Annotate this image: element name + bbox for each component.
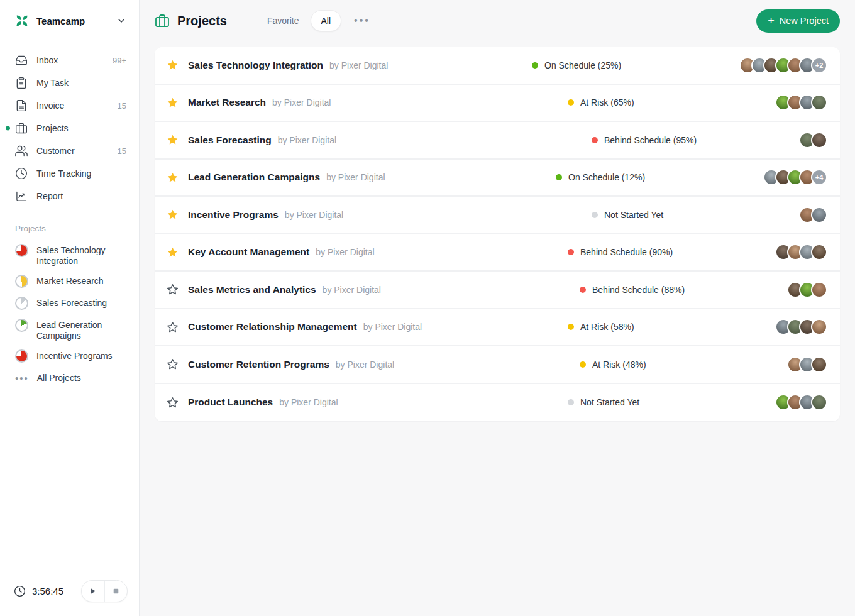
workspace-switcher[interactable]: Teamcamp <box>0 0 139 38</box>
project-row[interactable]: Customer Retention Programs by Pixer Dig… <box>155 346 840 384</box>
inbox-count-badge: 99+ <box>113 56 126 65</box>
status-label: At Risk (65%) <box>580 97 634 107</box>
sidebar-item-report[interactable]: Report <box>0 185 139 207</box>
avatar[interactable] <box>811 356 827 373</box>
avatar-overflow-badge[interactable]: +4 <box>811 169 827 185</box>
project-title: Customer Retention Programs <box>188 359 329 370</box>
star-icon <box>166 133 179 146</box>
avatar-stack <box>787 356 827 373</box>
sidebar-item-invoice[interactable]: Invoice 15 <box>0 94 139 117</box>
favorite-toggle[interactable] <box>163 355 182 373</box>
sidebar-item-customer[interactable]: Customer 15 <box>0 140 139 162</box>
star-icon <box>166 58 179 72</box>
sidebar-project-market-research[interactable]: Market Research <box>0 270 139 292</box>
sidebar-item-my-task[interactable]: My Task <box>0 72 139 94</box>
favorite-toggle[interactable] <box>163 94 182 112</box>
report-icon <box>15 190 28 202</box>
sidebar-project-sales-technology-integration[interactable]: Sales Technology Integration <box>0 239 139 270</box>
project-owner: by Pixer Digital <box>285 210 343 220</box>
sidebar-item-label: Customer <box>36 146 109 156</box>
sidebar-project-incentive-programs[interactable]: Incentive Programs <box>0 345 139 367</box>
avatar[interactable] <box>811 319 827 335</box>
project-owner: by Pixer Digital <box>278 135 336 145</box>
projects-briefcase-icon <box>155 13 170 28</box>
project-owner: by Pixer Digital <box>363 322 422 332</box>
status-dot <box>592 137 598 143</box>
status-label: Behind Schedule (95%) <box>604 135 697 145</box>
favorite-toggle[interactable] <box>163 318 182 336</box>
tab-favorite[interactable]: Favorite <box>260 11 307 31</box>
favorite-toggle[interactable] <box>163 168 182 187</box>
avatar-stack: +4 <box>763 169 827 185</box>
star-icon <box>166 358 179 371</box>
sidebar-item-all-projects[interactable]: ••• All Projects <box>0 367 139 389</box>
sidebar-item-label: My Task <box>36 78 118 88</box>
project-info: Incentive Programs by Pixer Digital <box>188 209 592 221</box>
avatar[interactable] <box>811 207 827 223</box>
avatar[interactable] <box>811 94 827 111</box>
project-row[interactable]: Customer Relationship Management by Pixe… <box>155 309 840 347</box>
avatar[interactable] <box>811 282 827 298</box>
project-progress-pie-icon <box>15 319 28 332</box>
sidebar-item-inbox[interactable]: Inbox 99+ <box>0 49 139 72</box>
plus-icon: + <box>768 15 775 26</box>
project-progress-pie-icon <box>15 244 28 257</box>
sidebar-item-label: Time Tracking <box>36 168 118 179</box>
project-info: Customer Relationship Management by Pixe… <box>188 321 568 333</box>
sidebar-item-label: Projects <box>36 123 118 133</box>
sidebar-project-lead-generation-campaigns[interactable]: Lead Generation Campaigns <box>0 314 139 345</box>
new-project-button[interactable]: + New Project <box>756 9 840 33</box>
status-dot <box>568 324 574 330</box>
project-owner: by Pixer Digital <box>323 285 381 295</box>
project-status: At Risk (48%) <box>580 360 787 370</box>
project-row[interactable]: Product Launches by Pixer Digital Not St… <box>155 384 840 422</box>
sidebar-item-time-tracking[interactable]: Time Tracking <box>0 162 139 185</box>
time-tracker-widget: 3:56:45 <box>0 580 139 616</box>
more-options-button[interactable]: ••• <box>350 11 374 30</box>
page-title: Projects <box>177 14 227 28</box>
favorite-toggle[interactable] <box>163 56 182 74</box>
project-title: Incentive Programs <box>188 209 279 221</box>
project-info: Market Research by Pixer Digital <box>188 97 568 108</box>
project-row[interactable]: Market Research by Pixer Digital At Risk… <box>155 85 840 123</box>
project-owner: by Pixer Digital <box>316 247 374 257</box>
project-status: At Risk (65%) <box>568 97 775 107</box>
timer-stop-button[interactable] <box>105 581 128 602</box>
sidebar-projects-section: Projects Sales Technology Integration Ma… <box>0 224 139 389</box>
avatar-overflow-badge[interactable]: +2 <box>811 57 827 74</box>
timer-play-button[interactable] <box>82 581 104 602</box>
avatar[interactable] <box>811 394 827 410</box>
project-info: Lead Generation Campaigns by Pixer Digit… <box>188 172 556 183</box>
avatar-stack <box>775 94 827 111</box>
project-owner: by Pixer Digital <box>326 172 385 182</box>
project-row[interactable]: Sales Technology Integration by Pixer Di… <box>155 47 840 85</box>
avatar[interactable] <box>811 244 827 260</box>
favorite-toggle[interactable] <box>163 131 182 149</box>
favorite-toggle[interactable] <box>163 206 182 224</box>
project-row[interactable]: Key Account Management by Pixer Digital … <box>155 234 840 272</box>
ellipsis-icon: ••• <box>15 371 29 385</box>
favorite-toggle[interactable] <box>163 243 182 261</box>
project-info: Customer Retention Programs by Pixer Dig… <box>188 359 580 370</box>
sidebar-nav: Inbox 99+ My Task Invoice 15 Projects Cu… <box>0 49 139 207</box>
star-icon <box>166 208 179 221</box>
project-info: Sales Forecasting by Pixer Digital <box>188 135 592 146</box>
sidebar-item-label: Inbox <box>36 55 104 65</box>
project-status: Behind Schedule (88%) <box>580 285 787 295</box>
star-icon <box>166 96 179 109</box>
favorite-toggle[interactable] <box>163 393 182 412</box>
tab-all[interactable]: All <box>311 10 342 31</box>
avatar[interactable] <box>811 132 827 148</box>
avatar-stack <box>799 132 827 148</box>
project-row[interactable]: Sales Forecasting by Pixer Digital Behin… <box>155 122 840 160</box>
favorite-toggle[interactable] <box>163 280 182 299</box>
project-row[interactable]: Lead Generation Campaigns by Pixer Digit… <box>155 160 840 197</box>
project-owner: by Pixer Digital <box>272 97 331 107</box>
project-row[interactable]: Sales Metrics and Analytics by Pixer Dig… <box>155 272 840 309</box>
project-row[interactable]: Incentive Programs by Pixer Digital Not … <box>155 197 840 234</box>
status-dot <box>556 174 562 180</box>
project-title: Customer Relationship Management <box>188 321 357 333</box>
sidebar-project-sales-forecasting[interactable]: Sales Forecasting <box>0 292 139 314</box>
sidebar-item-projects[interactable]: Projects <box>0 117 139 140</box>
main-content: Projects Favorite All ••• + New Project … <box>140 0 855 616</box>
